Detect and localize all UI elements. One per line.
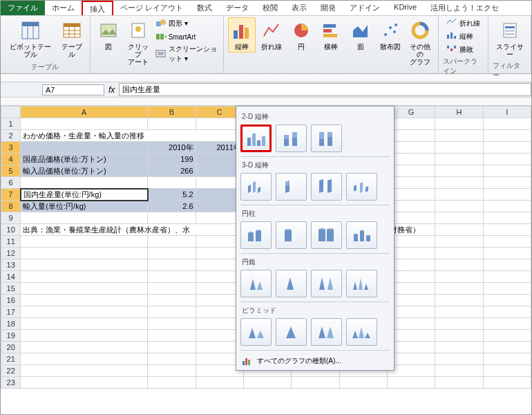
tab-home[interactable]: ホーム	[45, 1, 82, 15]
cell-B3[interactable]: 2010年	[148, 142, 196, 154]
chart-cone-3[interactable]	[311, 270, 342, 297]
col-B[interactable]: B	[148, 107, 196, 118]
screenshot-icon	[155, 48, 167, 59]
pie-chart-button[interactable]: 円	[287, 17, 315, 53]
svg-rect-45	[262, 136, 265, 146]
chart-cyl-2[interactable]	[276, 221, 307, 249]
tab-kdrive[interactable]: KDrive	[387, 1, 424, 15]
spark-wl-icon	[446, 44, 457, 55]
scatter-chart-button[interactable]: 散布図	[377, 17, 404, 53]
svg-rect-26	[323, 34, 337, 37]
chart-cone-1[interactable]	[240, 270, 272, 297]
svg-rect-71	[245, 358, 247, 365]
picture-button[interactable]: 図	[95, 17, 122, 53]
chart-cone-4[interactable]	[346, 270, 377, 297]
cell-A2[interactable]: わかめ価格・生産量・輸入量の推移	[21, 130, 244, 142]
sparkline-line[interactable]: 折れ線	[445, 17, 482, 30]
clipart-button[interactable]: クリップ アート	[124, 17, 152, 68]
slicer-button[interactable]: スライサー	[493, 17, 526, 60]
shapes-button[interactable]: 図形 ▾	[154, 17, 220, 30]
table-button[interactable]: テーブル	[57, 17, 86, 60]
group-sparklines: 折れ線 縦棒 勝敗 スパークライン	[439, 16, 488, 73]
chart-pyr-1[interactable]	[240, 318, 272, 346]
smartart-button[interactable]: SmartArt	[154, 30, 220, 43]
chart-3d-column[interactable]	[346, 173, 377, 201]
col-A[interactable]: A	[21, 107, 148, 118]
fx-icon[interactable]: fx	[108, 85, 115, 95]
pivot-label: ピボットテーブル	[8, 43, 53, 58]
select-all-corner[interactable]	[1, 107, 21, 118]
pivot-table-icon	[19, 19, 41, 42]
spark-line-label: 折れ線	[459, 19, 480, 28]
area-chart-button[interactable]: 面	[347, 17, 374, 53]
group-tables: ピボットテーブル テーブル テーブル	[1, 16, 91, 73]
tab-insert[interactable]: 挿入	[82, 1, 113, 15]
chart-3d-clustered[interactable]	[240, 173, 272, 201]
group-charts: 縦棒 折れ線 円 横棒 面 散布図 その他の グラフ	[224, 16, 439, 73]
col-H[interactable]: H	[435, 107, 483, 118]
svg-rect-42	[247, 138, 251, 146]
cell-A7[interactable]: 国内生産量(単位:円/kg)	[21, 189, 148, 201]
clipart-icon	[127, 19, 149, 42]
tab-formulas[interactable]: 数式	[190, 1, 219, 15]
shapes-icon	[155, 18, 167, 29]
all-charts-icon	[242, 356, 253, 366]
bar-chart-button[interactable]: 横棒	[317, 17, 345, 53]
svg-rect-55	[248, 233, 254, 241]
pivot-table-button[interactable]: ピボットテーブル	[5, 17, 55, 60]
svg-point-29	[393, 30, 396, 33]
chart-3d-stacked[interactable]	[276, 173, 307, 201]
chart-3d-100stacked[interactable]	[311, 173, 342, 201]
chart-cyl-4[interactable]	[346, 221, 377, 249]
line-label: 折れ線	[261, 43, 282, 50]
col-I[interactable]: I	[483, 107, 531, 118]
all-chart-types[interactable]: すべてのグラフの種類(A)...	[240, 354, 390, 367]
chart-2d-100stacked[interactable]	[311, 124, 342, 152]
svg-rect-67	[360, 231, 364, 241]
svg-point-30	[395, 24, 397, 26]
cell-A3[interactable]	[21, 142, 148, 154]
line-chart-button[interactable]: 折れ線	[258, 17, 285, 53]
cell-A8[interactable]: 輸入量(単位:円/kg)	[21, 201, 148, 212]
screenshot-button[interactable]: スクリーンショット ▾	[154, 44, 220, 64]
formula-bar[interactable]: 国内生産量	[119, 83, 531, 96]
tab-file[interactable]: ファイル	[1, 1, 45, 15]
column-chart-button[interactable]: 縦棒	[228, 17, 256, 53]
tab-pagelayout[interactable]: ページ レイアウト	[113, 1, 190, 15]
chart-pyr-3[interactable]	[311, 318, 342, 346]
tab-review[interactable]: 校閲	[256, 1, 285, 15]
tab-view[interactable]: 表示	[285, 1, 314, 15]
cell-B8[interactable]: 2.6	[148, 201, 196, 212]
svg-rect-33	[450, 33, 453, 39]
formula-bar-row: A7 fx 国内生産量	[1, 82, 531, 98]
dd-pyr-title: ピラミッド	[242, 306, 390, 315]
chart-cyl-3[interactable]	[311, 221, 342, 249]
svg-rect-24	[323, 24, 336, 28]
svg-rect-51	[319, 132, 324, 139]
chart-pyr-4[interactable]	[346, 318, 377, 346]
other-chart-button[interactable]: その他の グラフ	[406, 17, 434, 68]
cell-A5[interactable]: 輸入品価格(単位:万トン)	[21, 165, 148, 177]
tab-developer[interactable]: 開発	[314, 1, 343, 15]
cell-B4[interactable]: 199	[148, 154, 196, 165]
tab-addins[interactable]: アドイン	[343, 1, 387, 15]
svg-rect-57	[256, 231, 261, 241]
spark-col-label: 縦棒	[459, 32, 473, 42]
tab-data[interactable]: データ	[219, 1, 256, 15]
chart-cyl-1[interactable]	[240, 221, 272, 249]
sparkline-winloss[interactable]: 勝敗	[445, 44, 482, 56]
cell-B7[interactable]: 5.2	[148, 189, 196, 201]
name-box[interactable]: A7	[42, 84, 104, 95]
cell-B5[interactable]: 266	[148, 165, 196, 177]
other-label: その他の グラフ	[409, 43, 431, 66]
column-chart-icon	[231, 19, 253, 42]
cell-A4[interactable]: 国産品価格(単位:万トン)	[21, 154, 148, 165]
chart-2d-stacked[interactable]	[276, 124, 307, 152]
tab-extra[interactable]: 活用しよう！エクセ	[424, 1, 506, 15]
group-filter: スライサー フィルター	[488, 16, 531, 73]
svg-rect-17	[160, 34, 164, 39]
chart-2d-clustered[interactable]	[240, 124, 272, 152]
chart-pyr-2[interactable]	[276, 318, 307, 346]
chart-cone-2[interactable]	[276, 270, 307, 297]
sparkline-column[interactable]: 縦棒	[445, 30, 482, 43]
